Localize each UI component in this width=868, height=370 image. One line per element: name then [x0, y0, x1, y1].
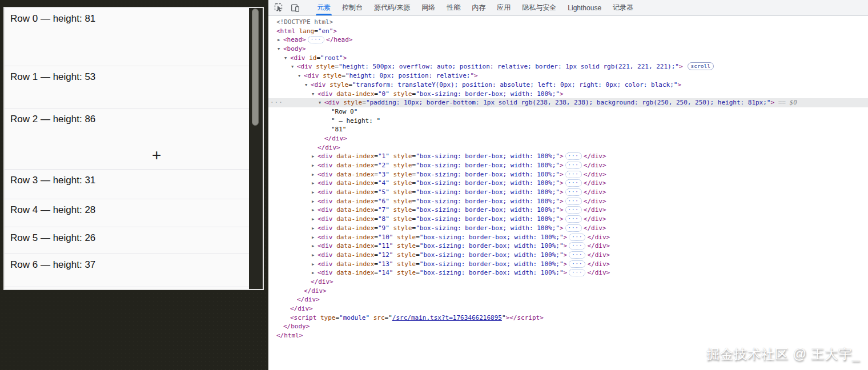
ellipsis-expand-icon[interactable]: ···	[308, 36, 324, 43]
dom-tree-line[interactable]: </html>	[268, 331, 868, 340]
expand-arrow-open-icon[interactable]: ▼	[312, 90, 318, 99]
tab-console[interactable]: 控制台	[336, 0, 368, 15]
expand-arrow-open-icon[interactable]: ▼	[291, 63, 297, 72]
dom-tree-line[interactable]: ▶<div data-index="7" style="box-sizing: …	[268, 206, 868, 215]
dom-tree-line[interactable]: ▶<div data-index="8" style="box-sizing: …	[268, 215, 868, 224]
ellipsis-expand-icon[interactable]: ···	[569, 242, 585, 250]
tab-lighthouse[interactable]: Lighthouse	[562, 0, 607, 15]
virtual-list-container[interactable]: Row 0 — height: 81Row 1 — height: 53Row …	[3, 7, 264, 290]
code-segment: <div	[318, 198, 333, 205]
expand-arrow-open-icon[interactable]: ▼	[284, 54, 290, 63]
dom-tree-line[interactable]: ▶<div data-index="4" style="box-sizing: …	[268, 179, 868, 188]
dom-tree-line[interactable]: ▶<div data-index="11" style="box-sizing:…	[268, 242, 868, 251]
dom-tree-line[interactable]: ▶<div data-index="10" style="box-sizing:…	[268, 233, 868, 242]
ellipsis-expand-icon[interactable]: ···	[565, 171, 582, 178]
expand-arrow-closed-icon[interactable]: ▶	[312, 234, 318, 243]
dom-tree-line[interactable]: </div>	[268, 143, 868, 152]
dom-tree-line[interactable]: ▼<div id="root">	[268, 54, 868, 63]
dom-tree-line[interactable]: ▶<div data-index="13" style="box-sizing:…	[268, 260, 868, 269]
tab-sources[interactable]: 源代码/来源	[368, 0, 416, 15]
dom-tree-line[interactable]: <script type="module" src="/src/main.tsx…	[268, 313, 868, 323]
code-segment: "box-sizing: border-box; width: 100%;"	[416, 215, 560, 223]
code-segment: =	[374, 198, 378, 205]
ellipsis-expand-icon[interactable]: ···	[569, 234, 585, 241]
expand-arrow-closed-icon[interactable]: ▶	[312, 269, 318, 278]
expand-arrow-closed-icon[interactable]: ▶	[312, 198, 318, 207]
code-segment: data-index	[336, 260, 374, 268]
ellipsis-expand-icon[interactable]: ···	[565, 224, 582, 232]
dom-tree-line[interactable]: ▶<div data-index="12" style="box-sizing:…	[268, 251, 868, 260]
code-segment: </html>	[276, 332, 303, 339]
expand-arrow-closed-icon[interactable]: ▶	[312, 171, 318, 180]
ellipsis-expand-icon[interactable]: ···	[569, 251, 585, 259]
tab-application[interactable]: 应用	[491, 0, 516, 15]
dom-tree-line[interactable]: ▼<div style="height: 500px; overflow: au…	[268, 62, 868, 71]
dom-tree-line[interactable]: ▶<div data-index="9" style="box-sizing: …	[268, 224, 868, 233]
dom-tree-line[interactable]: </div>	[268, 278, 868, 287]
dom-tree-line[interactable]: </body>	[268, 322, 868, 331]
dom-tree-line[interactable]: ▼<div style="height: 0px; position: rela…	[268, 71, 868, 81]
ellipsis-expand-icon[interactable]: ···	[565, 215, 582, 223]
tab-memory[interactable]: 内存	[466, 0, 491, 15]
expand-arrow-closed-icon[interactable]: ▶	[312, 162, 318, 171]
code-segment: style	[393, 162, 412, 169]
vertical-scrollbar-thumb[interactable]	[252, 9, 259, 126]
dom-tree-line[interactable]: </div>	[268, 134, 868, 143]
ellipsis-expand-icon[interactable]: ···	[565, 152, 582, 160]
dom-tree-line[interactable]: " — height: "	[268, 116, 868, 126]
expand-arrow-closed-icon[interactable]: ▶	[312, 242, 318, 251]
expand-arrow-open-icon[interactable]: ▼	[278, 45, 283, 54]
code-segment: >	[560, 206, 564, 214]
vertical-scrollbar-track[interactable]	[249, 8, 263, 289]
expand-arrow-closed-icon[interactable]: ▶	[312, 260, 318, 270]
ellipsis-expand-icon[interactable]: ···	[565, 188, 582, 196]
dom-tree-line[interactable]: ···▼<div style="padding: 10px; border-bo…	[268, 98, 868, 107]
dom-tree-line[interactable]: <!DOCTYPE html>	[268, 18, 868, 27]
ellipsis-expand-icon[interactable]: ···	[565, 162, 582, 169]
code-segment: =	[374, 206, 378, 214]
tab-elements[interactable]: 元素	[311, 0, 336, 15]
dom-tree-line[interactable]: ▼<div style="transform: translateY(0px);…	[268, 81, 868, 90]
expand-arrow-open-icon[interactable]: ▼	[319, 99, 324, 108]
ellipsis-expand-icon[interactable]: ···	[565, 179, 582, 187]
expand-arrow-closed-icon[interactable]: ▶	[312, 224, 318, 234]
source-file-link[interactable]: /src/main.tsx?t=1763466216895	[392, 314, 502, 321]
dom-tree-line[interactable]: "81"	[268, 125, 868, 134]
ellipsis-expand-icon[interactable]: ···	[569, 260, 585, 268]
dom-tree-line[interactable]: <html lang="en">	[268, 27, 868, 36]
more-actions-icon[interactable]: ···	[270, 98, 283, 107]
dom-tree-line[interactable]: ▼<div data-index="0" style="box-sizing: …	[268, 90, 868, 99]
code-segment: == $0	[774, 99, 797, 106]
dom-tree-line[interactable]: </div>	[268, 295, 868, 304]
ellipsis-expand-icon[interactable]: ···	[565, 198, 582, 205]
expand-arrow-closed-icon[interactable]: ▶	[312, 251, 318, 260]
tab-recorder[interactable]: 记录器	[607, 0, 639, 15]
expand-arrow-closed-icon[interactable]: ▶	[278, 36, 283, 45]
dom-tree-line[interactable]: ▶<div data-index="5" style="box-sizing: …	[268, 188, 868, 197]
dom-tree-line[interactable]: ▶<div data-index="1" style="box-sizing: …	[268, 152, 868, 161]
dom-tree-line[interactable]: ▶<div data-index="6" style="box-sizing: …	[268, 197, 868, 206]
tab-network[interactable]: 网络	[416, 0, 441, 15]
expand-arrow-closed-icon[interactable]: ▶	[312, 206, 318, 215]
dom-tree-line[interactable]: ▼<body>	[268, 45, 868, 54]
ellipsis-expand-icon[interactable]: ···	[565, 206, 582, 214]
expand-arrow-open-icon[interactable]: ▼	[298, 72, 304, 81]
dom-tree-line[interactable]: </div>	[268, 304, 868, 313]
expand-arrow-closed-icon[interactable]: ▶	[312, 188, 318, 198]
expand-arrow-closed-icon[interactable]: ▶	[312, 215, 318, 224]
dom-tree-line[interactable]: ▶<div data-index="2" style="box-sizing: …	[268, 161, 868, 170]
dom-tree-line[interactable]: "Row 0"	[268, 107, 868, 116]
dom-tree-line[interactable]: ▶<head>···</head>	[268, 35, 868, 45]
dom-tree-line[interactable]: ▶<div data-index="3" style="box-sizing: …	[268, 170, 868, 179]
expand-arrow-closed-icon[interactable]: ▶	[312, 152, 318, 162]
expand-arrow-open-icon[interactable]: ▼	[305, 81, 311, 90]
expand-arrow-closed-icon[interactable]: ▶	[312, 179, 318, 188]
inspect-element-button[interactable]	[271, 1, 286, 14]
tab-performance[interactable]: 性能	[441, 0, 466, 15]
scroll-badge[interactable]: scroll	[688, 62, 714, 70]
device-toolbar-button[interactable]	[288, 1, 303, 14]
ellipsis-expand-icon[interactable]: ···	[569, 269, 585, 276]
tab-privacy-security[interactable]: 隐私与安全	[516, 0, 562, 15]
dom-tree-line[interactable]: ▶<div data-index="14" style="box-sizing:…	[268, 268, 868, 278]
dom-tree-line[interactable]: </div>	[268, 287, 868, 296]
